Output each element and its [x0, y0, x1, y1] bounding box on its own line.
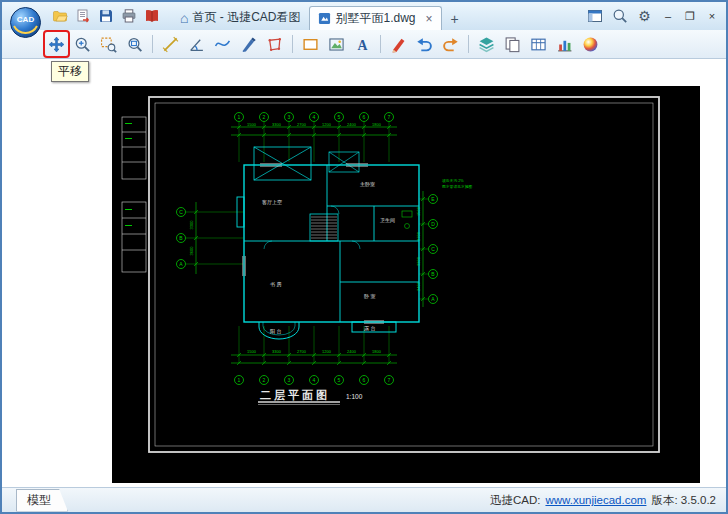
- svg-text:5: 5: [338, 377, 341, 383]
- svg-text:D: D: [431, 221, 435, 227]
- website-link[interactable]: www.xunjiecad.com: [545, 494, 646, 506]
- panel-toggle-button[interactable]: [583, 4, 606, 28]
- svg-text:A: A: [358, 37, 368, 52]
- tab-home-label: 首页 - 迅捷CAD看图: [192, 9, 300, 26]
- titlebar-right: ⚙ – ❐ ×: [583, 4, 726, 28]
- svg-text:2700: 2700: [297, 122, 307, 127]
- axis-extension-lines-top: [239, 122, 389, 162]
- find-button[interactable]: [608, 4, 631, 28]
- minimize-button[interactable]: –: [658, 7, 678, 25]
- svg-text:3600: 3600: [189, 246, 194, 256]
- tool-measure-angle[interactable]: [185, 32, 208, 56]
- svg-text:B: B: [179, 235, 183, 241]
- title-block-strips: [122, 117, 146, 272]
- svg-text:阳 台: 阳 台: [270, 328, 281, 335]
- brand-label: 迅捷CAD:: [490, 493, 540, 508]
- new-tab-button[interactable]: +: [446, 10, 464, 28]
- svg-text:C: C: [431, 246, 435, 252]
- svg-text:5: 5: [338, 114, 341, 120]
- pen-icon: [240, 36, 257, 53]
- svg-text:1500: 1500: [247, 349, 257, 354]
- zoom-extents-icon: [126, 36, 143, 53]
- pan-tooltip: 平移: [51, 61, 89, 82]
- tool-undo[interactable]: [413, 32, 436, 56]
- tool-export[interactable]: [475, 32, 498, 56]
- svg-text:客厅上空: 客厅上空: [262, 199, 282, 205]
- pencil-icon: [390, 36, 407, 53]
- open-file-icon: [52, 8, 68, 24]
- open-file-button[interactable]: [48, 4, 71, 28]
- toolbar: A: [2, 30, 726, 59]
- dwg-file-icon: [318, 12, 331, 25]
- maximize-button[interactable]: ❐: [680, 7, 700, 25]
- canvas-area: 1 2 3 4 5 6 7 1500 3300 2700 1200 2400 1…: [2, 59, 726, 487]
- svg-text:B: B: [431, 271, 435, 277]
- app-window: CAD ⌂ 首页 - 迅捷CAD看图 别墅平面1.dwg ×: [0, 0, 728, 514]
- svg-text:4: 4: [313, 114, 316, 120]
- drawing-library-button[interactable]: [140, 4, 163, 28]
- tool-measure-pen[interactable]: [237, 32, 260, 56]
- tool-rect-markup[interactable]: [299, 32, 322, 56]
- drawing-title: 二层平面图 1:100: [258, 389, 363, 405]
- zoom-in-icon: [74, 36, 91, 53]
- tool-zoom-extents[interactable]: [123, 32, 146, 56]
- svg-text:2700: 2700: [297, 349, 307, 354]
- export-doc-button[interactable]: [71, 4, 94, 28]
- toolbar-separator: [468, 35, 469, 53]
- dims-top: 1500 3300 2700 1200 2400 1800: [247, 122, 382, 127]
- undo-icon: [416, 36, 433, 53]
- svg-text:1800: 1800: [372, 349, 382, 354]
- svg-text:3: 3: [288, 377, 291, 383]
- svg-text:3: 3: [288, 114, 291, 120]
- tool-measure-arc[interactable]: [211, 32, 234, 56]
- settings-button[interactable]: ⚙: [633, 4, 656, 28]
- svg-text:CAD: CAD: [17, 15, 35, 24]
- tool-layout[interactable]: [527, 32, 550, 56]
- app-logo[interactable]: CAD: [9, 6, 42, 39]
- svg-text:2400: 2400: [347, 349, 357, 354]
- tool-image-markup[interactable]: [325, 32, 348, 56]
- svg-text:2400: 2400: [347, 122, 357, 127]
- tab-close-icon[interactable]: ×: [426, 13, 433, 25]
- tool-statistics[interactable]: [553, 32, 576, 56]
- titlebar: CAD ⌂ 首页 - 迅捷CAD看图 别墅平面1.dwg ×: [2, 2, 726, 30]
- tool-zoom-window[interactable]: [97, 32, 120, 56]
- status-info: 迅捷CAD: www.xunjiecad.com 版本: 3.5.0.2: [490, 493, 726, 508]
- tab-bar: ⌂ 首页 - 迅捷CAD看图 别墅平面1.dwg × +: [171, 2, 464, 30]
- tool-redo[interactable]: [439, 32, 462, 56]
- tool-color-settings[interactable]: [579, 32, 602, 56]
- svg-text:露 台: 露 台: [364, 325, 375, 332]
- tool-text-markup[interactable]: A: [351, 32, 374, 56]
- tool-pencil-markup[interactable]: [387, 32, 410, 56]
- model-tab[interactable]: 模型: [16, 489, 68, 512]
- home-icon: ⌂: [180, 11, 188, 25]
- svg-text:7: 7: [388, 114, 391, 120]
- svg-text:1: 1: [238, 377, 241, 383]
- bar-chart-icon: [556, 36, 573, 53]
- app-logo-icon: CAD: [9, 6, 42, 39]
- save-icon: [98, 8, 114, 24]
- print-button[interactable]: [117, 4, 140, 28]
- tool-measure-length[interactable]: [159, 32, 182, 56]
- tool-zoom-in[interactable]: [71, 32, 94, 56]
- toolbar-separator: [152, 35, 153, 53]
- layers-icon: [478, 36, 495, 53]
- tab-home[interactable]: ⌂ 首页 - 迅捷CAD看图: [171, 5, 309, 30]
- drawing-viewport[interactable]: 1 2 3 4 5 6 7 1500 3300 2700 1200 2400 1…: [112, 86, 700, 483]
- copy-icon: [504, 36, 521, 53]
- svg-text:6: 6: [363, 377, 366, 383]
- svg-text:卧 室: 卧 室: [364, 293, 375, 299]
- save-button[interactable]: [94, 4, 117, 28]
- dims-bottom: 1500 3300 2700 1200 2400 1800: [247, 349, 382, 354]
- tool-copy[interactable]: [501, 32, 524, 56]
- axis-bubbles-right: E D C B A: [429, 195, 438, 304]
- tab-document[interactable]: 别墅平面1.dwg ×: [309, 6, 441, 30]
- tool-pan[interactable]: [45, 32, 68, 56]
- toolbar-separator: [292, 35, 293, 53]
- measure-angle-icon: [188, 36, 205, 53]
- svg-text:A: A: [431, 296, 435, 302]
- close-button[interactable]: ×: [702, 7, 722, 25]
- tool-measure-area[interactable]: [263, 32, 286, 56]
- redo-icon: [442, 36, 459, 53]
- measure-area-icon: [266, 36, 283, 53]
